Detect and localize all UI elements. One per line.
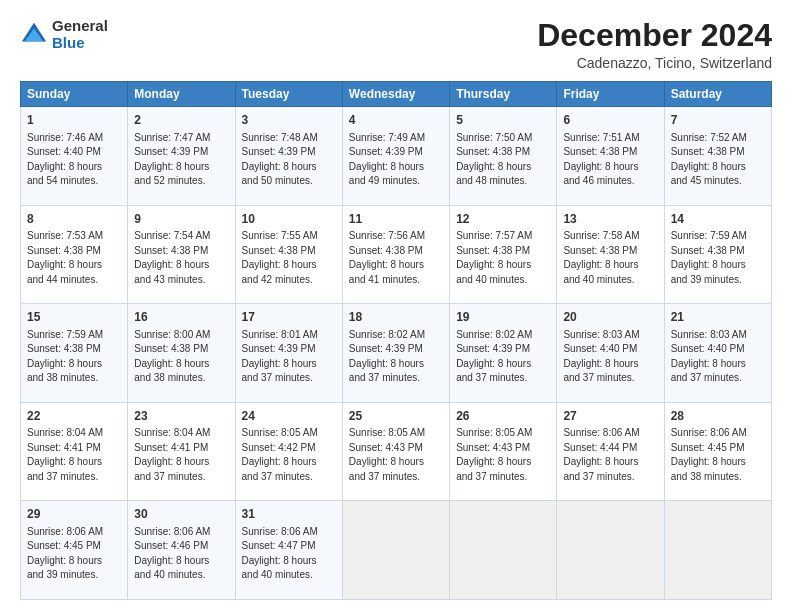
sunset-text: Sunset: 4:38 PM bbox=[27, 343, 101, 354]
calendar-cell: 14Sunrise: 7:59 AMSunset: 4:38 PMDayligh… bbox=[664, 205, 771, 304]
calendar-cell: 1Sunrise: 7:46 AMSunset: 4:40 PMDaylight… bbox=[21, 107, 128, 206]
calendar-cell: 23Sunrise: 8:04 AMSunset: 4:41 PMDayligh… bbox=[128, 402, 235, 501]
logo-text: General Blue bbox=[52, 18, 108, 51]
day-number: 16 bbox=[134, 309, 228, 326]
day-number: 28 bbox=[671, 408, 765, 425]
calendar-cell: 10Sunrise: 7:55 AMSunset: 4:38 PMDayligh… bbox=[235, 205, 342, 304]
sunset-text: Sunset: 4:38 PM bbox=[671, 146, 745, 157]
day-number: 24 bbox=[242, 408, 336, 425]
sunrise-text: Sunrise: 8:02 AM bbox=[456, 329, 532, 340]
calendar-cell: 12Sunrise: 7:57 AMSunset: 4:38 PMDayligh… bbox=[450, 205, 557, 304]
sunrise-text: Sunrise: 7:55 AM bbox=[242, 230, 318, 241]
sunset-text: Sunset: 4:38 PM bbox=[134, 245, 208, 256]
sunrise-text: Sunrise: 8:03 AM bbox=[671, 329, 747, 340]
day-number: 14 bbox=[671, 211, 765, 228]
logo-icon bbox=[20, 21, 48, 49]
day-of-week-header: Tuesday bbox=[235, 82, 342, 107]
calendar-cell: 26Sunrise: 8:05 AMSunset: 4:43 PMDayligh… bbox=[450, 402, 557, 501]
calendar-cell: 8Sunrise: 7:53 AMSunset: 4:38 PMDaylight… bbox=[21, 205, 128, 304]
daylight-text: Daylight: 8 hours and 45 minutes. bbox=[671, 161, 746, 187]
daylight-text: Daylight: 8 hours and 50 minutes. bbox=[242, 161, 317, 187]
header: General Blue December 2024 Cadenazzo, Ti… bbox=[20, 18, 772, 71]
day-number: 29 bbox=[27, 506, 121, 523]
sunrise-text: Sunrise: 7:48 AM bbox=[242, 132, 318, 143]
sunset-text: Sunset: 4:38 PM bbox=[134, 343, 208, 354]
day-number: 9 bbox=[134, 211, 228, 228]
sunset-text: Sunset: 4:41 PM bbox=[134, 442, 208, 453]
day-number: 15 bbox=[27, 309, 121, 326]
calendar-cell: 2Sunrise: 7:47 AMSunset: 4:39 PMDaylight… bbox=[128, 107, 235, 206]
sunrise-text: Sunrise: 7:46 AM bbox=[27, 132, 103, 143]
day-number: 26 bbox=[456, 408, 550, 425]
calendar-cell bbox=[450, 501, 557, 600]
daylight-text: Daylight: 8 hours and 46 minutes. bbox=[563, 161, 638, 187]
logo-blue: Blue bbox=[52, 35, 108, 52]
sunrise-text: Sunrise: 8:06 AM bbox=[563, 427, 639, 438]
sunrise-text: Sunrise: 8:05 AM bbox=[242, 427, 318, 438]
sunset-text: Sunset: 4:43 PM bbox=[349, 442, 423, 453]
sunset-text: Sunset: 4:44 PM bbox=[563, 442, 637, 453]
calendar-header: SundayMondayTuesdayWednesdayThursdayFrid… bbox=[21, 82, 772, 107]
sunset-text: Sunset: 4:38 PM bbox=[563, 245, 637, 256]
calendar-cell: 29Sunrise: 8:06 AMSunset: 4:45 PMDayligh… bbox=[21, 501, 128, 600]
calendar-cell: 6Sunrise: 7:51 AMSunset: 4:38 PMDaylight… bbox=[557, 107, 664, 206]
sunset-text: Sunset: 4:45 PM bbox=[671, 442, 745, 453]
day-number: 7 bbox=[671, 112, 765, 129]
calendar-cell: 17Sunrise: 8:01 AMSunset: 4:39 PMDayligh… bbox=[235, 304, 342, 403]
sunrise-text: Sunrise: 8:02 AM bbox=[349, 329, 425, 340]
daylight-text: Daylight: 8 hours and 40 minutes. bbox=[134, 555, 209, 581]
sunrise-text: Sunrise: 7:52 AM bbox=[671, 132, 747, 143]
sunrise-text: Sunrise: 8:00 AM bbox=[134, 329, 210, 340]
day-number: 12 bbox=[456, 211, 550, 228]
sunset-text: Sunset: 4:40 PM bbox=[671, 343, 745, 354]
daylight-text: Daylight: 8 hours and 40 minutes. bbox=[242, 555, 317, 581]
sunset-text: Sunset: 4:39 PM bbox=[456, 343, 530, 354]
day-of-week-header: Thursday bbox=[450, 82, 557, 107]
main-title: December 2024 bbox=[537, 18, 772, 53]
page: General Blue December 2024 Cadenazzo, Ti… bbox=[0, 0, 792, 612]
daylight-text: Daylight: 8 hours and 44 minutes. bbox=[27, 259, 102, 285]
sunrise-text: Sunrise: 8:03 AM bbox=[563, 329, 639, 340]
calendar-week-row: 22Sunrise: 8:04 AMSunset: 4:41 PMDayligh… bbox=[21, 402, 772, 501]
daylight-text: Daylight: 8 hours and 37 minutes. bbox=[349, 358, 424, 384]
day-number: 3 bbox=[242, 112, 336, 129]
sunset-text: Sunset: 4:38 PM bbox=[349, 245, 423, 256]
day-number: 19 bbox=[456, 309, 550, 326]
calendar-cell: 20Sunrise: 8:03 AMSunset: 4:40 PMDayligh… bbox=[557, 304, 664, 403]
daylight-text: Daylight: 8 hours and 37 minutes. bbox=[671, 358, 746, 384]
sunrise-text: Sunrise: 7:50 AM bbox=[456, 132, 532, 143]
day-of-week-header: Wednesday bbox=[342, 82, 449, 107]
sunrise-text: Sunrise: 8:06 AM bbox=[134, 526, 210, 537]
calendar-cell: 21Sunrise: 8:03 AMSunset: 4:40 PMDayligh… bbox=[664, 304, 771, 403]
day-number: 13 bbox=[563, 211, 657, 228]
calendar-week-row: 1Sunrise: 7:46 AMSunset: 4:40 PMDaylight… bbox=[21, 107, 772, 206]
day-number: 6 bbox=[563, 112, 657, 129]
daylight-text: Daylight: 8 hours and 52 minutes. bbox=[134, 161, 209, 187]
daylight-text: Daylight: 8 hours and 37 minutes. bbox=[242, 456, 317, 482]
calendar-cell: 7Sunrise: 7:52 AMSunset: 4:38 PMDaylight… bbox=[664, 107, 771, 206]
sunset-text: Sunset: 4:46 PM bbox=[134, 540, 208, 551]
daylight-text: Daylight: 8 hours and 37 minutes. bbox=[242, 358, 317, 384]
daylight-text: Daylight: 8 hours and 38 minutes. bbox=[134, 358, 209, 384]
day-number: 22 bbox=[27, 408, 121, 425]
calendar-week-row: 29Sunrise: 8:06 AMSunset: 4:45 PMDayligh… bbox=[21, 501, 772, 600]
sunrise-text: Sunrise: 8:04 AM bbox=[27, 427, 103, 438]
calendar-table: SundayMondayTuesdayWednesdayThursdayFrid… bbox=[20, 81, 772, 600]
daylight-text: Daylight: 8 hours and 37 minutes. bbox=[563, 358, 638, 384]
title-block: December 2024 Cadenazzo, Ticino, Switzer… bbox=[537, 18, 772, 71]
calendar-cell: 27Sunrise: 8:06 AMSunset: 4:44 PMDayligh… bbox=[557, 402, 664, 501]
calendar-cell: 3Sunrise: 7:48 AMSunset: 4:39 PMDaylight… bbox=[235, 107, 342, 206]
logo: General Blue bbox=[20, 18, 108, 51]
sunset-text: Sunset: 4:39 PM bbox=[349, 343, 423, 354]
sunset-text: Sunset: 4:38 PM bbox=[671, 245, 745, 256]
sunset-text: Sunset: 4:39 PM bbox=[242, 343, 316, 354]
sunset-text: Sunset: 4:38 PM bbox=[563, 146, 637, 157]
day-number: 11 bbox=[349, 211, 443, 228]
sunset-text: Sunset: 4:45 PM bbox=[27, 540, 101, 551]
day-number: 31 bbox=[242, 506, 336, 523]
sunrise-text: Sunrise: 8:01 AM bbox=[242, 329, 318, 340]
day-of-week-header: Saturday bbox=[664, 82, 771, 107]
daylight-text: Daylight: 8 hours and 40 minutes. bbox=[456, 259, 531, 285]
calendar-cell: 24Sunrise: 8:05 AMSunset: 4:42 PMDayligh… bbox=[235, 402, 342, 501]
sunrise-text: Sunrise: 8:06 AM bbox=[671, 427, 747, 438]
